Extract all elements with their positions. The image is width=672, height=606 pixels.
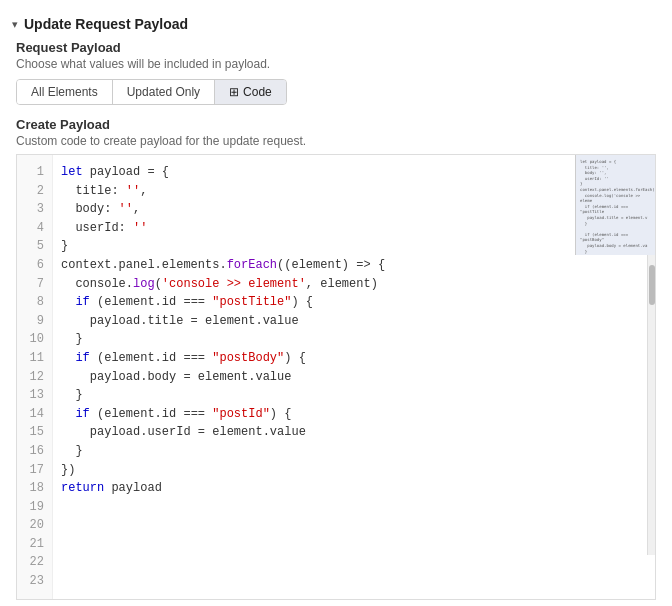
line-number: 4 [17, 219, 52, 238]
code-line: console.log('console >> element', elemen… [61, 275, 655, 294]
tab-all-elements[interactable]: All Elements [17, 80, 113, 104]
section-header[interactable]: ▾ Update Request Payload [0, 8, 672, 40]
line-number: 2 [17, 182, 52, 201]
line-number: 15 [17, 423, 52, 442]
line-number: 11 [17, 349, 52, 368]
line-number: 12 [17, 368, 52, 387]
line-number: 21 [17, 535, 52, 554]
minimap-content: let payload = { title: '', body: '', use… [576, 155, 655, 255]
line-number: 9 [17, 312, 52, 331]
section-body: Request Payload Choose what values will … [0, 40, 672, 606]
code-line: context.panel.elements.forEach((element)… [61, 256, 655, 275]
code-line: } [61, 237, 655, 256]
line-number: 5 [17, 237, 52, 256]
code-content[interactable]: let payload = { title: '', body: '', use… [53, 155, 655, 599]
code-line: userId: '' [61, 219, 655, 238]
code-line: payload.title = element.value [61, 312, 655, 331]
line-numbers: 1234567891011121314151617181920212223 [17, 155, 53, 599]
line-number: 1 [17, 163, 52, 182]
request-payload-label: Request Payload [16, 40, 656, 55]
line-number: 13 [17, 386, 52, 405]
container: ▾ Update Request Payload Request Payload… [0, 0, 672, 606]
line-number: 14 [17, 405, 52, 424]
request-payload-desc: Choose what values will be included in p… [16, 57, 656, 71]
line-number: 6 [17, 256, 52, 275]
code-editor[interactable]: 1234567891011121314151617181920212223 le… [16, 154, 656, 600]
vertical-scrollbar[interactable] [647, 255, 655, 555]
create-payload-desc: Custom code to create payload for the up… [16, 134, 656, 148]
code-line: let payload = { [61, 163, 655, 182]
code-tab-icon: ⊞ [229, 85, 239, 99]
line-number: 16 [17, 442, 52, 461]
line-number: 10 [17, 330, 52, 349]
section-title: Update Request Payload [24, 16, 188, 32]
line-number: 19 [17, 498, 52, 517]
tab-code[interactable]: ⊞Code [215, 80, 286, 104]
line-number: 3 [17, 200, 52, 219]
line-number: 22 [17, 553, 52, 572]
chevron-icon: ▾ [12, 18, 18, 31]
tab-group: All Elements Updated Only ⊞Code [16, 79, 287, 105]
line-number: 20 [17, 516, 52, 535]
tab-updated-only[interactable]: Updated Only [113, 80, 215, 104]
code-line: } [61, 442, 655, 461]
request-payload-group: Request Payload Choose what values will … [16, 40, 656, 105]
code-line: if (element.id === "postTitle") { [61, 293, 655, 312]
code-line: } [61, 386, 655, 405]
line-number: 7 [17, 275, 52, 294]
code-line: } [61, 330, 655, 349]
code-line: return payload [61, 479, 655, 498]
code-line: }) [61, 461, 655, 480]
line-number: 18 [17, 479, 52, 498]
scrollbar-thumb[interactable] [649, 265, 655, 305]
code-line: payload.userId = element.value [61, 423, 655, 442]
create-payload-group: Create Payload Custom code to create pay… [16, 117, 656, 600]
code-line: if (element.id === "postBody") { [61, 349, 655, 368]
code-line: title: '', [61, 182, 655, 201]
code-line: payload.body = element.value [61, 368, 655, 387]
minimap: let payload = { title: '', body: '', use… [575, 155, 655, 255]
line-number: 8 [17, 293, 52, 312]
line-number: 17 [17, 461, 52, 480]
line-number: 23 [17, 572, 52, 591]
code-line: if (element.id === "postId") { [61, 405, 655, 424]
code-line: body: '', [61, 200, 655, 219]
create-payload-label: Create Payload [16, 117, 656, 132]
